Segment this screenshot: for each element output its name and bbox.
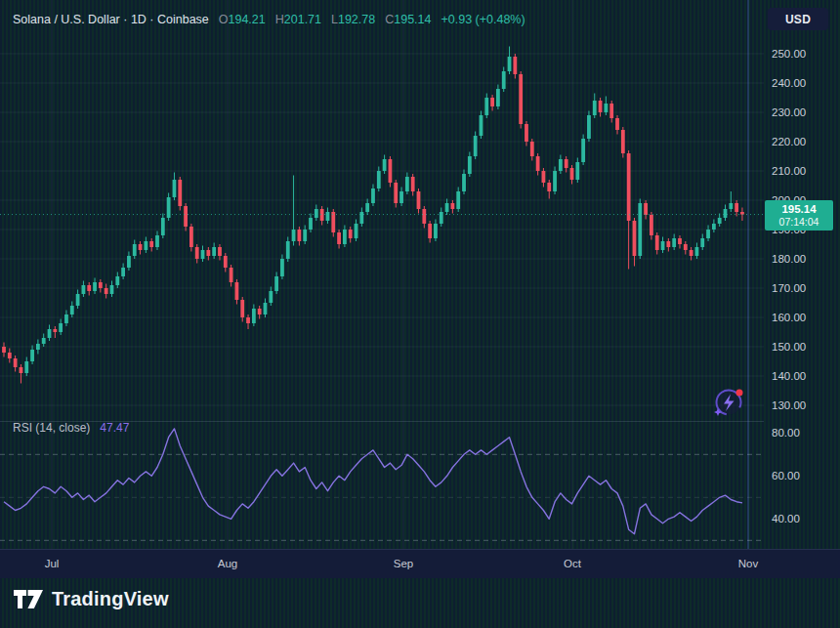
price-tick-label: 210.00 (772, 165, 806, 177)
last-price-badge: 195.14 07:14:04 (765, 200, 833, 230)
price-tick-label: 180.00 (772, 253, 806, 265)
last-price-value: 195.14 (781, 203, 816, 216)
price-tick-label: 140.00 (772, 370, 806, 382)
close-value: 195.14 (394, 13, 431, 26)
rsi-legend[interactable]: RSI (14, close) 47.47 (13, 420, 129, 436)
tradingview-wordmark: TradingView (52, 588, 169, 610)
time-axis-label: Jul (45, 558, 60, 569)
low-value: 192.78 (338, 13, 375, 26)
tradingview-chart-window: Solana / U.S. Dollar · 1D · Coinbase O19… (0, 0, 840, 628)
high-value: 201.71 (284, 13, 321, 26)
rsi-value: 47.47 (100, 421, 129, 435)
rsi-line (4, 429, 742, 534)
price-tick-label: 150.00 (772, 341, 806, 353)
grid-lines (0, 0, 764, 549)
time-axis[interactable]: JulAugSepOctNov (0, 549, 840, 578)
rsi-label: RSI (14, close) (13, 421, 90, 435)
change-value: +0.93 (+0.48%) (441, 13, 525, 26)
rsi-tick-label: 80.00 (772, 427, 800, 439)
symbol-header: Solana / U.S. Dollar · 1D · Coinbase O19… (13, 11, 525, 28)
price-tick-label: 250.00 (772, 48, 806, 60)
low-label: L (331, 13, 338, 26)
currency-toggle-button[interactable]: USD (768, 8, 828, 30)
time-axis-label: Sep (394, 558, 413, 569)
price-tick-label: 230.00 (772, 106, 806, 118)
price-tick-label: 130.00 (772, 399, 806, 411)
time-axis-label: Aug (218, 558, 237, 569)
rsi-tick-label: 60.00 (772, 470, 800, 481)
price-tick-label: 160.00 (772, 312, 806, 323)
symbol-title[interactable]: Solana / U.S. Dollar · 1D · Coinbase (13, 13, 209, 26)
time-axis-label: Oct (564, 558, 581, 569)
boost-lightning-icon[interactable] (707, 381, 750, 424)
bar-countdown: 07:14:04 (779, 216, 819, 229)
price-tick-label: 170.00 (772, 282, 806, 294)
tradingview-logo[interactable]: TradingView (14, 588, 169, 610)
price-tick-label: 220.00 (772, 136, 806, 147)
time-axis-label: Nov (738, 558, 758, 569)
price-tick-label: 240.00 (772, 77, 806, 89)
open-label: O (219, 13, 229, 26)
rsi-tick-label: 40.00 (772, 513, 800, 524)
high-label: H (275, 13, 284, 26)
close-label: C (385, 13, 394, 26)
tradingview-logo-icon (14, 590, 43, 609)
open-value: 194.21 (229, 13, 266, 26)
candlestick-chart[interactable] (0, 0, 764, 549)
